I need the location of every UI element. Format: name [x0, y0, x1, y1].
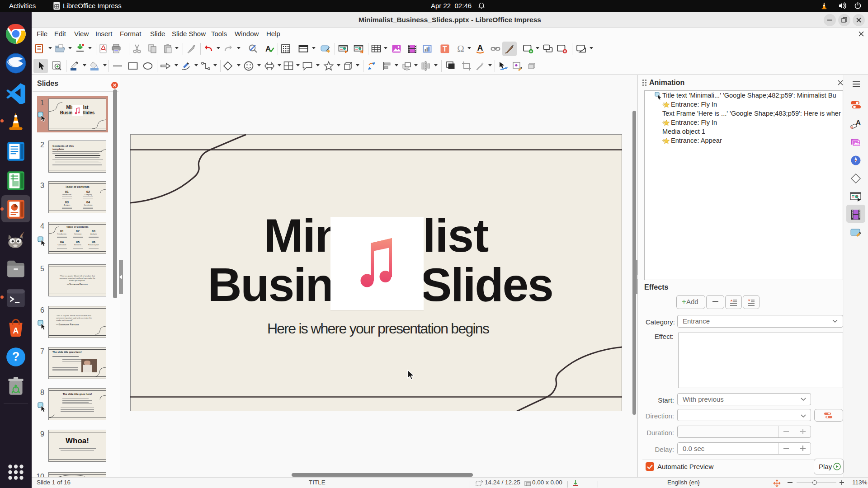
svg-text:A: A: [477, 43, 483, 52]
svg-text:A: A: [13, 326, 19, 335]
svg-text:A: A: [856, 118, 861, 126]
svg-text:T: T: [443, 45, 447, 53]
svg-text:Ω: Ω: [457, 43, 464, 54]
svg-text:A: A: [265, 45, 271, 53]
svg-text:?: ?: [12, 349, 20, 363]
